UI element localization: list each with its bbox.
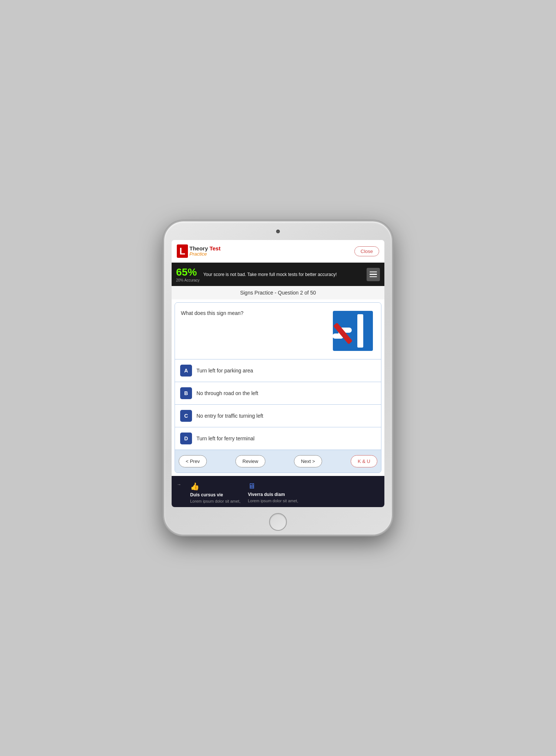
prev-button[interactable]: < Prev	[179, 455, 207, 467]
menu-line-2	[370, 274, 377, 275]
bottom-item-1-header: 👍	[190, 482, 241, 491]
app-container: L Theory Test Practice Close 65% 20% Acc…	[172, 240, 384, 507]
question-header: Signs Practice - Question 2 of 50	[172, 286, 384, 299]
ipad-screen: L Theory Test Practice Close 65% 20% Acc…	[172, 240, 384, 507]
svg-rect-1	[357, 314, 363, 348]
score-message: Your score is not bad. Take more full mo…	[203, 272, 363, 277]
score-label-group: 65% 20% Accuracy	[176, 266, 199, 282]
bottom-section: → 👍 Duis cursus vie Lorem ipsum dolor si…	[172, 476, 384, 507]
menu-line-1	[370, 272, 377, 273]
bottom-item-2-title: Viverra duis diam	[248, 492, 298, 497]
logo-practice: Practice	[189, 252, 221, 257]
option-a[interactable]: A Turn left for parking area	[175, 359, 381, 382]
app-header: L Theory Test Practice Close	[172, 240, 384, 263]
navigation-bar: < Prev Review Next > K & U	[175, 450, 381, 473]
logo: L Theory Test Practice	[177, 244, 221, 258]
option-d-text: Turn left for ferry terminal	[196, 435, 255, 441]
question-text: What does this sign mean?	[181, 309, 244, 316]
traffic-sign	[331, 309, 375, 353]
ku-button[interactable]: K & U	[351, 455, 377, 467]
review-button[interactable]: Review	[235, 455, 265, 467]
score-accuracy: 20% Accuracy	[176, 278, 199, 282]
question-body: What does this sign mean?	[175, 303, 381, 359]
next-button[interactable]: Next >	[294, 455, 322, 467]
option-a-text: Turn left for parking area	[196, 368, 253, 374]
option-b-text: No through road on the left	[196, 390, 258, 396]
score-banner: 65% 20% Accuracy Your score is not bad. …	[172, 263, 384, 286]
option-c-text: No entry for traffic turning left	[196, 413, 263, 419]
bottom-item-1-title: Duis cursus vie	[190, 492, 241, 497]
bottom-item-1: 👍 Duis cursus vie Lorem ipsum dolor sit …	[190, 482, 241, 503]
option-c-letter: C	[180, 410, 192, 422]
score-percent: 65%	[176, 266, 197, 278]
option-b[interactable]: B No through road on the left	[175, 382, 381, 405]
camera	[276, 230, 280, 233]
close-button[interactable]: Close	[354, 246, 379, 256]
option-b-letter: B	[180, 387, 192, 399]
logo-theory-test: Theory Test	[189, 246, 221, 252]
thumbs-up-icon: 👍	[190, 482, 199, 491]
option-a-letter: A	[180, 365, 192, 377]
home-button[interactable]	[269, 513, 287, 531]
option-d-letter: D	[180, 433, 192, 444]
question-card: What does this sign mean?	[175, 302, 381, 473]
menu-line-3	[370, 276, 377, 277]
bottom-item-2: 🖥 Viverra duis diam Lorem ipsum dolor si…	[248, 482, 298, 503]
ipad-frame: L Theory Test Practice Close 65% 20% Acc…	[163, 220, 393, 536]
menu-button[interactable]	[367, 268, 380, 281]
bottom-item-2-header: 🖥	[248, 482, 298, 490]
option-c[interactable]: C No entry for traffic turning left	[175, 405, 381, 427]
bottom-item-2-desc: Lorem ipsum dolor sit amet,	[248, 499, 298, 503]
arrow-icon: →	[177, 482, 181, 503]
bottom-item-1-desc: Lorem ipsum dolor sit amet,	[190, 499, 241, 503]
logo-text: Theory Test Practice	[189, 246, 221, 257]
logo-l-icon: L	[177, 244, 188, 258]
logo-theory-word: Theory	[189, 245, 208, 252]
monitor-icon: 🖥	[248, 482, 255, 490]
logo-test-word: Test	[209, 245, 221, 252]
option-d[interactable]: D Turn left for ferry terminal	[175, 427, 381, 450]
